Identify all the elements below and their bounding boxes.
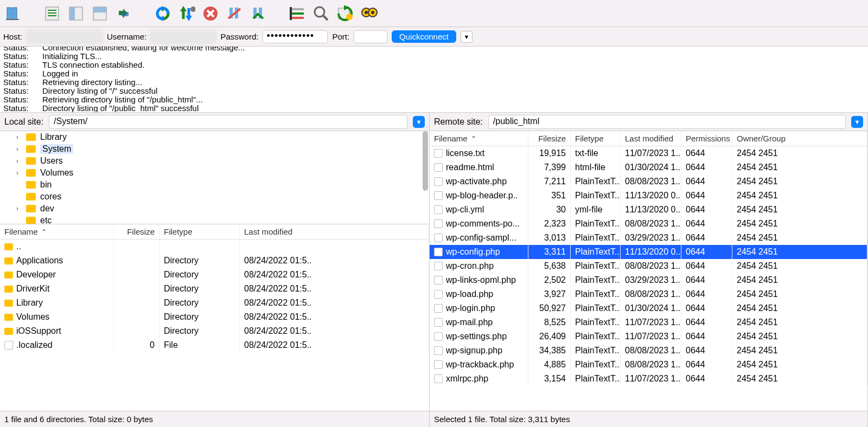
file-row[interactable]: wp-links-opml.php2,502PlainTextT...03/29… bbox=[430, 273, 867, 287]
header-filetype[interactable]: Filetype bbox=[159, 224, 240, 239]
file-row[interactable]: .. bbox=[0, 240, 429, 254]
local-path-dropdown[interactable]: ▼ bbox=[413, 116, 425, 128]
file-row[interactable]: wp-cron.php5,638PlainTextT...08/08/2023 … bbox=[430, 259, 867, 273]
tree-item[interactable]: bin bbox=[0, 179, 429, 191]
svg-point-30 bbox=[315, 7, 324, 17]
file-size bbox=[114, 324, 159, 338]
file-row[interactable]: wp-signup.php34,385PlainTextT...08/08/20… bbox=[430, 344, 867, 358]
local-headers[interactable]: Filename⌃ Filesize Filetype Last modifie… bbox=[0, 224, 429, 240]
header-modified[interactable]: Last modified bbox=[621, 131, 681, 146]
site-manager-icon[interactable] bbox=[3, 4, 23, 23]
quickconnect-button[interactable]: Quickconnect bbox=[392, 30, 456, 43]
remote-path-dropdown[interactable]: ▼ bbox=[851, 116, 863, 128]
file-row[interactable]: readme.html7,399html-file01/30/2024 1...… bbox=[430, 160, 867, 174]
file-row[interactable]: iOSSupportDirectory08/24/2022 01:5.. bbox=[0, 324, 429, 338]
file-type: PlainTextT... bbox=[571, 273, 621, 287]
file-type: Directory bbox=[159, 282, 240, 296]
expand-arrow-icon[interactable]: › bbox=[16, 157, 24, 165]
port-input[interactable] bbox=[354, 30, 387, 43]
file-row[interactable]: wp-mail.php8,525PlainTextT...11/07/2023 … bbox=[430, 315, 867, 329]
file-modified: 08/08/2023 1... bbox=[621, 358, 681, 372]
toggle-queue-icon[interactable] bbox=[114, 4, 133, 23]
search-icon[interactable] bbox=[311, 4, 331, 23]
file-modified: 11/13/2020 0... bbox=[621, 245, 681, 259]
tree-item[interactable]: ›dev bbox=[0, 203, 429, 215]
file-row[interactable]: LibraryDirectory08/24/2022 01:5.. bbox=[0, 296, 429, 310]
file-size: 8,525 bbox=[528, 315, 571, 329]
file-row[interactable]: wp-config-sampl...3,013PlainTextT...03/2… bbox=[430, 231, 867, 245]
header-filetype[interactable]: Filetype bbox=[571, 131, 621, 146]
toggle-log-icon[interactable] bbox=[42, 4, 62, 23]
header-filesize[interactable]: Filesize bbox=[528, 131, 571, 146]
remote-file-list[interactable]: license.txt19,915txt-file11/07/2023 1...… bbox=[430, 146, 867, 411]
file-row[interactable]: wp-blog-header.p..351PlainTextT...11/13/… bbox=[430, 189, 867, 203]
file-permissions: 0644 bbox=[681, 203, 732, 217]
file-permissions: 0644 bbox=[681, 372, 732, 386]
local-file-list[interactable]: ..ApplicationsDirectory08/24/2022 01:5..… bbox=[0, 240, 429, 411]
host-input[interactable] bbox=[27, 30, 103, 43]
file-row[interactable]: ApplicationsDirectory08/24/2022 01:5.. bbox=[0, 254, 429, 268]
expand-arrow-icon[interactable]: › bbox=[16, 169, 24, 177]
local-status: 1 file and 6 directories. Total size: 0 … bbox=[0, 411, 429, 427]
file-permissions: 0644 bbox=[681, 358, 732, 372]
file-type: Directory bbox=[159, 254, 240, 268]
refresh-icon[interactable] bbox=[153, 4, 173, 23]
log-message: Initializing TLS... bbox=[42, 52, 102, 61]
password-input[interactable]: •••••••••••• bbox=[263, 30, 328, 43]
file-row[interactable]: wp-comments-po...2,323PlainTextT...08/08… bbox=[430, 217, 867, 231]
file-row[interactable]: DriverKitDirectory08/24/2022 01:5.. bbox=[0, 282, 429, 296]
toggle-local-tree-icon[interactable] bbox=[66, 4, 86, 23]
compare-icon[interactable] bbox=[335, 4, 355, 23]
header-filename[interactable]: Filename⌃ bbox=[0, 224, 114, 239]
header-filesize[interactable]: Filesize bbox=[114, 224, 159, 239]
file-owner: 2454 2451 bbox=[732, 287, 867, 301]
file-row[interactable]: xmlrpc.php3,154PlainTextT...11/07/2023 1… bbox=[430, 372, 867, 386]
tree-item[interactable]: ›System bbox=[0, 143, 429, 155]
file-icon bbox=[434, 332, 443, 341]
tree-item[interactable]: etc bbox=[0, 215, 429, 224]
file-icon bbox=[434, 163, 443, 172]
expand-arrow-icon[interactable]: › bbox=[16, 205, 24, 212]
file-name: wp-load.php bbox=[446, 289, 493, 299]
remote-headers[interactable]: Filename⌃ Filesize Filetype Last modifie… bbox=[430, 131, 867, 146]
tree-item[interactable]: ›Users bbox=[0, 155, 429, 167]
filter-icon[interactable] bbox=[288, 4, 307, 23]
file-owner: 2454 2451 bbox=[732, 344, 867, 358]
header-filename[interactable]: Filename⌃ bbox=[430, 131, 528, 146]
file-row[interactable]: wp-load.php3,927PlainTextT...08/08/2023 … bbox=[430, 287, 867, 301]
file-modified: 11/13/2020 0... bbox=[621, 203, 681, 217]
quickconnect-dropdown[interactable]: ▼ bbox=[461, 31, 473, 43]
file-row[interactable]: wp-trackback.php4,885PlainTextT...08/08/… bbox=[430, 358, 867, 372]
file-row[interactable]: VolumesDirectory08/24/2022 01:5.. bbox=[0, 310, 429, 324]
scrollbar-thumb[interactable] bbox=[423, 131, 428, 191]
local-tree[interactable]: ›Library›System›Users›Volumesbincores›de… bbox=[0, 131, 429, 224]
folder-icon bbox=[26, 157, 36, 165]
tree-item[interactable]: cores bbox=[0, 191, 429, 203]
toggle-remote-tree-icon[interactable] bbox=[90, 4, 110, 23]
expand-arrow-icon[interactable]: › bbox=[16, 145, 24, 153]
file-row[interactable]: wp-cli.yml30yml-file11/13/2020 0...06442… bbox=[430, 203, 867, 217]
file-type: PlainTextT... bbox=[571, 358, 621, 372]
process-queue-icon[interactable] bbox=[177, 4, 196, 23]
remote-path-input[interactable]: /public_html bbox=[488, 115, 846, 129]
file-size bbox=[114, 240, 159, 254]
header-permissions[interactable]: Permissions bbox=[681, 131, 732, 146]
tree-item[interactable]: ›Volumes bbox=[0, 167, 429, 179]
disconnect-icon[interactable] bbox=[225, 4, 244, 23]
local-path-input[interactable]: /System/ bbox=[49, 115, 407, 129]
header-owner[interactable]: Owner/Group bbox=[732, 131, 867, 146]
cancel-icon[interactable] bbox=[201, 4, 220, 23]
expand-arrow-icon[interactable]: › bbox=[16, 133, 24, 141]
file-row[interactable]: license.txt19,915txt-file11/07/2023 1...… bbox=[430, 146, 867, 160]
file-row[interactable]: .localized0File08/24/2022 01:5.. bbox=[0, 338, 429, 352]
reconnect-icon[interactable] bbox=[248, 4, 268, 23]
tree-item[interactable]: ›Library bbox=[0, 131, 429, 143]
username-input[interactable] bbox=[151, 30, 216, 43]
header-modified[interactable]: Last modified bbox=[240, 224, 429, 239]
file-row[interactable]: wp-activate.php7,211PlainTextT...08/08/2… bbox=[430, 174, 867, 189]
file-row[interactable]: DeveloperDirectory08/24/2022 01:5.. bbox=[0, 268, 429, 282]
file-row[interactable]: wp-settings.php26,409PlainTextT...11/07/… bbox=[430, 329, 867, 344]
find-icon[interactable] bbox=[359, 4, 379, 23]
file-row[interactable]: wp-config.php3,311PlainTextT...11/13/202… bbox=[430, 245, 867, 259]
file-row[interactable]: wp-login.php50,927PlainTextT...01/30/202… bbox=[430, 301, 867, 315]
